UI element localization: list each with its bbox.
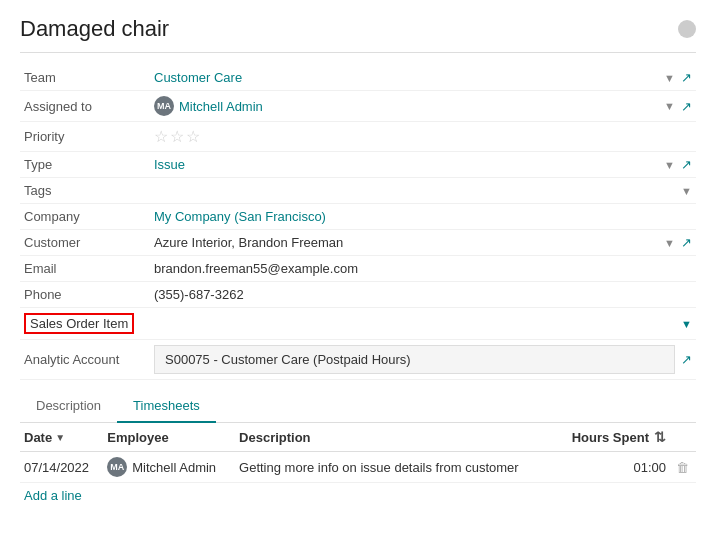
priority-label: Priority — [20, 122, 150, 152]
sales-order-label-cell: Sales Order Item — [20, 308, 150, 340]
tabs-container: Description Timesheets — [20, 390, 696, 423]
priority-stars[interactable]: ☆ ☆ ☆ — [154, 127, 692, 146]
form-row-priority: Priority ☆ ☆ ☆ — [20, 122, 696, 152]
col-description: Description — [235, 423, 556, 452]
analytic-account-label: Analytic Account — [20, 340, 150, 380]
timesheet-table: Date ▼ Employee Description Hours Spent … — [20, 423, 696, 483]
assigned-to-label: Assigned to — [20, 91, 150, 122]
page-title: Damaged chair — [20, 16, 169, 42]
col-hours: Hours Spent ⇅ — [556, 423, 672, 452]
row-employee-avatar: MA — [107, 457, 127, 477]
form-row-company: Company My Company (San Francisco) — [20, 204, 696, 230]
company-value[interactable]: My Company (San Francisco) — [154, 209, 326, 224]
circle-button[interactable] — [678, 20, 696, 38]
add-line-button[interactable]: Add a line — [20, 483, 86, 508]
type-external-link-icon[interactable]: ↗ — [681, 157, 692, 172]
type-dropdown-arrow[interactable]: ▼ — [664, 159, 675, 171]
assigned-avatar: MA — [154, 96, 174, 116]
star-2[interactable]: ☆ — [170, 127, 184, 146]
customer-external-link-icon[interactable]: ↗ — [681, 235, 692, 250]
team-label: Team — [20, 65, 150, 91]
customer-label: Customer — [20, 230, 150, 256]
customer-value[interactable]: Azure Interior, Brandon Freeman — [154, 235, 658, 250]
tab-description[interactable]: Description — [20, 390, 117, 423]
col-date[interactable]: Date ▼ — [20, 423, 103, 452]
star-3[interactable]: ☆ — [186, 127, 200, 146]
tags-dropdown-arrow[interactable]: ▼ — [681, 185, 692, 197]
timesheet-header-row: Date ▼ Employee Description Hours Spent … — [20, 423, 696, 452]
row-description: Getting more info on issue details from … — [235, 452, 556, 483]
form-row-tags: Tags ▼ — [20, 178, 696, 204]
star-1[interactable]: ☆ — [154, 127, 168, 146]
phone-label: Phone — [20, 282, 150, 308]
sales-order-label: Sales Order Item — [24, 313, 134, 334]
form-row-assigned-to: Assigned to MA Mitchell Admin ▼ ↗ — [20, 91, 696, 122]
customer-dropdown-arrow[interactable]: ▼ — [664, 237, 675, 249]
team-value[interactable]: Customer Care — [154, 70, 658, 85]
team-external-link-icon[interactable]: ↗ — [681, 70, 692, 85]
assigned-dropdown-arrow[interactable]: ▼ — [664, 100, 675, 112]
hours-adjust-icon[interactable]: ⇅ — [654, 429, 666, 445]
row-date: 07/14/2022 — [20, 452, 103, 483]
assigned-value[interactable]: Mitchell Admin — [179, 99, 263, 114]
row-employee: MA Mitchell Admin — [103, 452, 235, 483]
type-label: Type — [20, 152, 150, 178]
tags-label: Tags — [20, 178, 150, 204]
row-employee-name: Mitchell Admin — [132, 460, 216, 475]
email-value: brandon.freeman55@example.com — [154, 261, 358, 276]
timesheet-row: 07/14/2022 MA Mitchell Admin Getting mor… — [20, 452, 696, 483]
form-row-type: Type Issue ▼ ↗ — [20, 152, 696, 178]
form-row-team: Team Customer Care ▼ ↗ — [20, 65, 696, 91]
email-label: Email — [20, 256, 150, 282]
date-sort-icon[interactable]: ▼ — [55, 432, 65, 443]
row-delete-icon[interactable]: 🗑 — [676, 460, 689, 475]
phone-value: (355)-687-3262 — [154, 287, 244, 302]
col-employee: Employee — [103, 423, 235, 452]
assigned-external-link-icon[interactable]: ↗ — [681, 99, 692, 114]
form-row-phone: Phone (355)-687-3262 — [20, 282, 696, 308]
analytic-account-external-link-icon[interactable]: ↗ — [681, 352, 692, 367]
team-dropdown-arrow[interactable]: ▼ — [664, 72, 675, 84]
tab-timesheets[interactable]: Timesheets — [117, 390, 216, 423]
form-row-email: Email brandon.freeman55@example.com — [20, 256, 696, 282]
company-label: Company — [20, 204, 150, 230]
date-header-label: Date — [24, 430, 52, 445]
sales-order-dropdown-arrow[interactable]: ▼ — [681, 318, 692, 330]
hours-header-label: Hours Spent — [572, 430, 649, 445]
analytic-account-suggestion[interactable]: S00075 - Customer Care (Postpaid Hours) — [154, 345, 675, 374]
row-hours: 01:00 — [556, 452, 672, 483]
form-row-customer: Customer Azure Interior, Brandon Freeman… — [20, 230, 696, 256]
form-table: Team Customer Care ▼ ↗ Assigned to MA — [20, 65, 696, 380]
type-value[interactable]: Issue — [154, 157, 658, 172]
form-row-sales-order: Sales Order Item ▼ — [20, 308, 696, 340]
form-row-analytic-account: Analytic Account S00075 - Customer Care … — [20, 340, 696, 380]
